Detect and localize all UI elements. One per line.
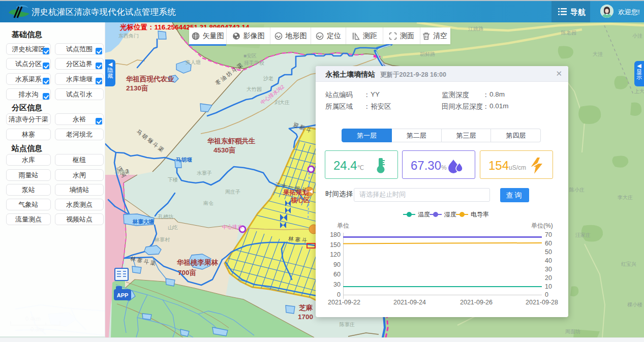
svg-text:2021-09-26: 2021-09-26	[460, 299, 493, 306]
svg-text:小洼: 小洼	[632, 33, 642, 39]
svg-text:30: 30	[333, 281, 341, 288]
svg-text:林寨大塘: 林寨大塘	[132, 219, 155, 225]
svg-text:3: 3	[126, 168, 129, 174]
svg-text:50: 50	[545, 248, 552, 256]
svg-text:2021-09-24: 2021-09-24	[393, 299, 426, 306]
svg-text:华祖东虾稻共生: 华祖东虾稻共生	[207, 137, 256, 145]
svg-text:陈小庄: 陈小庄	[569, 187, 585, 193]
svg-text:2130亩: 2130亩	[126, 84, 148, 92]
svg-text:水寨子: 水寨子	[197, 170, 212, 176]
svg-text:江姚路: 江姚路	[468, 26, 483, 32]
svg-text:华祖桃李果林: 华祖桃李果林	[176, 259, 219, 266]
svg-text:湿度: 湿度	[444, 211, 456, 218]
svg-text:南仓: 南仓	[203, 200, 213, 206]
svg-text:山圪: 山圪	[168, 225, 178, 230]
svg-text:中心排水: 中心排水	[222, 224, 242, 230]
svg-text:4530亩: 4530亩	[213, 146, 236, 154]
svg-text:孔槽坊: 孔槽坊	[158, 214, 173, 220]
svg-text:180: 180	[330, 231, 341, 238]
svg-text:温度: 温度	[418, 211, 430, 218]
svg-text:2021-09-28: 2021-09-28	[526, 299, 558, 306]
svg-text:700亩: 700亩	[178, 269, 197, 276]
svg-text:陈寨庄: 陈寨庄	[340, 322, 355, 327]
svg-text:沙老: 沙老	[263, 76, 273, 81]
svg-text:1700: 1700	[298, 313, 313, 321]
svg-text:芝麻: 芝麻	[298, 304, 313, 312]
svg-text:2021-09-22: 2021-09-22	[328, 299, 360, 306]
svg-text:周面坊: 周面坊	[565, 329, 580, 334]
svg-text:上大: 上大	[634, 88, 644, 94]
svg-text:单位: 单位	[337, 222, 349, 229]
svg-text:林寨村: 林寨村	[154, 237, 170, 242]
svg-text:90: 90	[333, 261, 341, 268]
svg-text:核心区: 核心区	[290, 196, 310, 204]
svg-text:美人塘: 美人塘	[186, 59, 201, 65]
svg-text:周庄子: 周庄子	[225, 189, 240, 195]
svg-text:陈老园: 陈老园	[561, 30, 576, 36]
svg-text:李大庄: 李大庄	[618, 195, 633, 200]
svg-text:APP: APP	[117, 292, 129, 298]
svg-text:电导率: 电导率	[471, 211, 489, 218]
svg-text:0: 0	[337, 291, 341, 298]
svg-text:择手学校: 择手学校	[244, 60, 264, 66]
svg-text:60: 60	[545, 240, 552, 247]
svg-text:红宝兴: 红宝兴	[621, 261, 636, 267]
svg-text:30: 30	[545, 266, 552, 273]
svg-text:马胡堰: 马胡堰	[176, 157, 192, 163]
svg-text:70: 70	[545, 231, 552, 238]
svg-text:120: 120	[330, 251, 341, 258]
svg-text:华祖西现代农业: 华祖西现代农业	[126, 75, 174, 83]
svg-text:■安区: ■安区	[243, 53, 257, 58]
svg-text:汪家庄: 汪家庄	[575, 232, 591, 238]
svg-text:150: 150	[330, 241, 341, 248]
svg-text:下楼: 下楼	[168, 177, 178, 182]
svg-text:60: 60	[333, 271, 341, 278]
svg-text:10: 10	[545, 283, 552, 290]
svg-text:胡鲜路: 胡鲜路	[420, 51, 435, 57]
svg-text:大洼: 大洼	[593, 51, 603, 57]
svg-text:40: 40	[545, 257, 552, 264]
svg-text:20: 20	[545, 274, 552, 282]
svg-text:单位(%): 单位(%)	[531, 222, 553, 229]
svg-text:棵小楼: 棵小楼	[627, 302, 642, 307]
svg-text:东西角门: 东西角门	[118, 33, 139, 39]
svg-text:0: 0	[545, 291, 548, 298]
svg-text:刘大庄: 刘大庄	[274, 100, 290, 105]
svg-text:大竹园: 大竹园	[247, 86, 262, 92]
